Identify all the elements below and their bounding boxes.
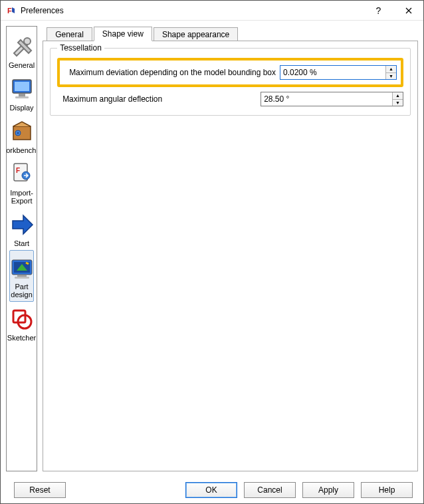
sidebar-item-label: Sketcher <box>7 334 36 342</box>
part-design-icon <box>9 255 35 281</box>
sidebar-item-general[interactable]: General <box>7 29 37 72</box>
spin-buttons: ▲ ▼ <box>392 92 403 106</box>
cancel-button[interactable]: Cancel <box>244 482 296 498</box>
help-button[interactable]: ? <box>364 1 393 20</box>
svg-rect-15 <box>17 275 27 277</box>
main-panel: General Shape view Shape appearance Tess… <box>43 26 418 471</box>
content-area: General Display <box>1 21 423 477</box>
tab-page-shape-view: Tessellation Maximum deviation depending… <box>43 41 418 471</box>
sidebar-item-label: Start <box>14 239 29 247</box>
help-button[interactable]: Help <box>361 482 413 498</box>
app-icon: F <box>6 5 17 16</box>
apply-button[interactable]: Apply <box>302 482 354 498</box>
sidebar-item-start[interactable]: Start <box>7 207 37 250</box>
svg-text:F: F <box>16 167 20 174</box>
sidebar-item-label: Workbenches <box>6 146 37 154</box>
sidebar-item-label: Part design <box>11 283 32 299</box>
max-deviation-input[interactable] <box>280 66 385 79</box>
svg-point-9 <box>17 132 19 134</box>
max-angular-label: Maximum angular deflection <box>57 94 257 104</box>
svg-rect-4 <box>15 82 29 91</box>
tab-bar: General Shape view Shape appearance <box>47 26 418 41</box>
tools-icon <box>9 33 35 60</box>
dialog-button-row: Reset OK Cancel Apply Help <box>1 477 423 503</box>
package-icon <box>9 118 35 145</box>
svg-rect-5 <box>19 94 25 96</box>
spin-up-icon[interactable]: ▲ <box>393 92 403 100</box>
tab-general[interactable]: General <box>47 27 92 41</box>
arrow-right-icon <box>9 211 35 238</box>
spin-buttons: ▲ ▼ <box>385 66 396 79</box>
sidebar-item-label: Import-Export <box>8 189 35 205</box>
sidebar-item-label: Display <box>10 104 34 112</box>
max-angular-spinbox[interactable]: ▲ ▼ <box>261 92 403 106</box>
ok-button[interactable]: OK <box>185 482 237 498</box>
highlight-annotation: Maximum deviation depending on the model… <box>57 58 403 87</box>
tab-shape-view[interactable]: Shape view <box>94 27 152 41</box>
svg-rect-6 <box>15 96 29 98</box>
group-legend: Tessellation <box>57 43 104 53</box>
sidebar-item-part-design[interactable]: Part design <box>9 250 34 302</box>
spin-down-icon[interactable]: ▼ <box>393 100 403 106</box>
close-button[interactable] <box>393 1 423 20</box>
preferences-window: F Preferences ? <box>0 0 424 504</box>
sidebar-item-label: General <box>9 61 35 69</box>
sidebar-item-sketcher[interactable]: Sketcher <box>7 302 37 344</box>
sidebar-item-display[interactable]: Display <box>7 72 37 114</box>
spin-up-icon[interactable]: ▲ <box>386 66 396 73</box>
tessellation-group: Tessellation Maximum deviation depending… <box>50 48 411 116</box>
category-sidebar: General Display <box>6 26 37 471</box>
window-title: Preferences <box>21 6 364 15</box>
svg-text:F: F <box>7 7 12 15</box>
sidebar-item-import-export[interactable]: F Import-Export <box>7 157 37 207</box>
max-deviation-row: Maximum deviation depending on the model… <box>64 63 397 82</box>
max-deviation-label: Maximum deviation depending on the model… <box>64 68 276 77</box>
svg-rect-16 <box>15 277 29 279</box>
import-export-icon: F <box>9 161 35 188</box>
spin-down-icon[interactable]: ▼ <box>386 73 396 80</box>
titlebar: F Preferences ? <box>1 1 423 21</box>
sketcher-icon <box>9 306 35 332</box>
max-angular-row: Maximum angular deflection ▲ ▼ <box>57 90 403 108</box>
sidebar-item-workbenches[interactable]: Workbenches <box>7 114 37 157</box>
tab-shape-appearance[interactable]: Shape appearance <box>154 27 238 41</box>
max-deviation-spinbox[interactable]: ▲ ▼ <box>280 65 397 80</box>
max-angular-input[interactable] <box>261 92 392 106</box>
monitor-icon <box>9 76 35 102</box>
reset-button[interactable]: Reset <box>14 482 66 498</box>
